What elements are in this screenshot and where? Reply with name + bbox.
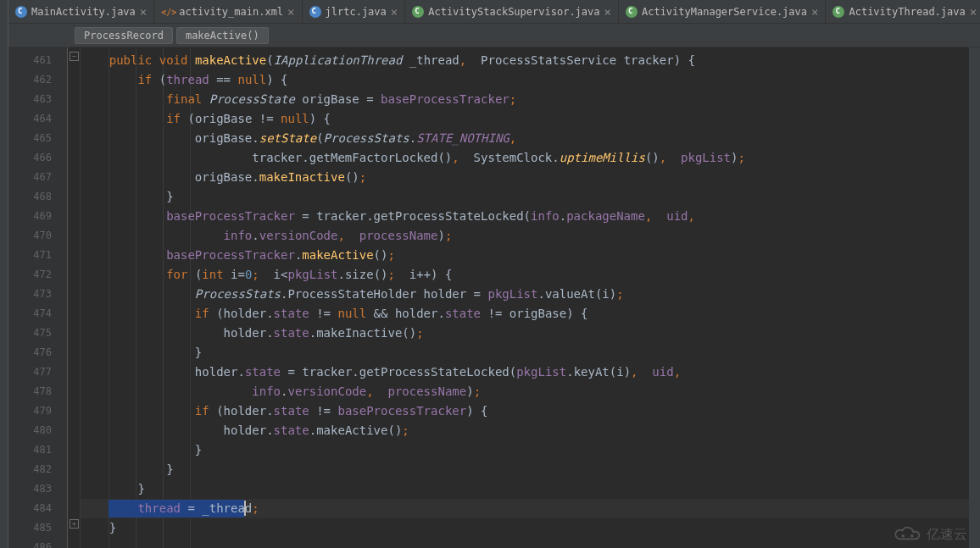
- code-line[interactable]: [81, 538, 969, 548]
- close-icon[interactable]: ×: [391, 6, 398, 18]
- code-token: (holder.: [216, 404, 273, 418]
- editor-tab[interactable]: jlrtc.java×: [303, 0, 406, 23]
- editor-tabs-bar: MainActivity.java×activity_main.xml×jlrt…: [8, 0, 980, 24]
- line-number: 479: [8, 401, 52, 421]
- code-token: [674, 151, 681, 164]
- xml-file-icon: [161, 6, 175, 18]
- line-number: 475: [8, 324, 52, 343]
- code-line[interactable]: baseProcessTracker.makeActive();: [81, 246, 969, 265]
- code-line[interactable]: tracker.getMemFactorLocked(), SystemCloc…: [81, 148, 969, 168]
- close-icon[interactable]: ×: [604, 6, 611, 18]
- code-line[interactable]: final ProcessState origBase = baseProces…: [81, 90, 969, 109]
- code-token: .: [409, 131, 416, 145]
- code-line[interactable]: }: [81, 460, 969, 479]
- line-number: 483: [8, 479, 52, 499]
- fold-gutter[interactable]: − +: [68, 47, 81, 548]
- code-line[interactable]: holder.state.makeActive();: [81, 421, 969, 440]
- java-lib-file-icon: [412, 6, 424, 18]
- code-line[interactable]: for (int i=0; i<pkgList.size(); i++) {: [81, 265, 969, 285]
- code-line[interactable]: }: [81, 440, 969, 460]
- code-token: [81, 73, 137, 86]
- code-token: void: [159, 53, 195, 67]
- code-token: .keyAt(i): [566, 365, 631, 379]
- close-icon[interactable]: ×: [811, 6, 818, 18]
- code-token: int: [202, 268, 231, 281]
- line-number: 474: [8, 304, 52, 324]
- code-line[interactable]: holder.state.makeInactive();: [81, 324, 969, 343]
- editor-tab[interactable]: ActivityThread.java×: [826, 0, 980, 23]
- code-line[interactable]: if (origBase != null) {: [81, 109, 969, 129]
- code-line[interactable]: }: [81, 343, 969, 363]
- code-token: pkgList: [516, 365, 566, 379]
- code-token: }: [81, 346, 202, 359]
- code-line[interactable]: holder.state = tracker.getProcessStateLo…: [81, 363, 969, 382]
- code-token: ): [437, 229, 444, 242]
- code-token: state: [245, 365, 281, 379]
- code-line[interactable]: ProcessStats.ProcessStateHolder holder =…: [81, 285, 969, 304]
- breadcrumb-item[interactable]: makeActive(): [176, 27, 269, 44]
- code-token: }: [81, 462, 174, 476]
- code-token: STATE_NOTHING: [416, 131, 509, 145]
- code-line[interactable]: }: [81, 518, 969, 538]
- editor-tab[interactable]: MainActivity.java×: [8, 0, 154, 23]
- fold-collapse-icon[interactable]: −: [70, 52, 79, 61]
- line-number: 464: [8, 109, 52, 129]
- code-token: ProcessStatsService tracker) {: [474, 53, 695, 67]
- close-icon[interactable]: ×: [970, 6, 977, 18]
- code-token: i<: [266, 268, 287, 281]
- line-number: 481: [8, 440, 52, 460]
- code-line[interactable]: }: [81, 187, 969, 207]
- code-token: ;: [388, 268, 403, 281]
- code-line[interactable]: }: [81, 479, 969, 499]
- code-token: origBase.: [81, 131, 259, 145]
- code-line[interactable]: if (thread == null) {: [81, 70, 969, 90]
- code-editor[interactable]: public void makeActive(IApplicationThrea…: [81, 47, 969, 548]
- editor-tab[interactable]: ActivityManagerService.java×: [619, 0, 827, 23]
- code-token: SystemClock.: [466, 151, 560, 164]
- code-line[interactable]: thread = _thread;: [81, 499, 969, 518]
- code-token: holder.: [81, 365, 245, 379]
- code-token: ;: [359, 170, 366, 184]
- code-token: (): [374, 248, 388, 262]
- code-token: state: [274, 326, 309, 340]
- code-token: ): [731, 151, 738, 164]
- code-line[interactable]: baseProcessTracker = tracker.getProcessS…: [81, 207, 969, 226]
- code-line[interactable]: if (holder.state != baseProcessTracker) …: [81, 401, 969, 421]
- code-token: [81, 209, 166, 223]
- code-token: state: [274, 307, 309, 320]
- editor-tab[interactable]: ActivityStackSupervisor.java×: [405, 0, 619, 23]
- code-line[interactable]: origBase.setState(ProcessStats.STATE_NOT…: [81, 129, 969, 148]
- code-token: makeActive: [302, 248, 373, 262]
- code-token: ;: [252, 501, 259, 515]
- line-number: 477: [8, 363, 52, 382]
- close-icon[interactable]: ×: [140, 6, 147, 18]
- line-number: 461: [8, 51, 52, 70]
- code-token: [81, 268, 166, 281]
- code-line[interactable]: info.versionCode, processName);: [81, 226, 969, 246]
- breadcrumb-item[interactable]: ProcessRecord: [75, 27, 173, 44]
- editor-tab[interactable]: activity_main.xml×: [154, 0, 302, 23]
- line-number: 472: [8, 265, 52, 285]
- code-line[interactable]: origBase.makeInactive();: [81, 168, 969, 187]
- code-token: packageName: [566, 209, 645, 223]
- code-token: ) {: [309, 112, 331, 125]
- code-token: ;: [252, 268, 266, 281]
- vertical-scrollbar[interactable]: [969, 47, 980, 548]
- code-token: baseProcessTracker: [166, 209, 295, 223]
- fold-expand-icon[interactable]: +: [70, 519, 79, 529]
- code-token: baseProcessTracker: [337, 404, 466, 418]
- code-token: pkgList: [487, 287, 537, 301]
- code-token: ,: [509, 131, 524, 145]
- code-token: [81, 112, 166, 125]
- close-icon[interactable]: ×: [287, 6, 294, 18]
- code-line[interactable]: public void makeActive(IApplicationThrea…: [81, 51, 969, 70]
- code-line[interactable]: if (holder.state != null && holder.state…: [81, 304, 969, 324]
- code-token: != origBase) {: [481, 307, 587, 320]
- code-token: ;: [445, 229, 452, 242]
- code-token: uid: [652, 365, 673, 379]
- code-token: }: [81, 443, 202, 457]
- code-token: ,: [645, 209, 660, 223]
- code-line[interactable]: info.versionCode, processName);: [81, 382, 969, 401]
- java-lib-file-icon: [832, 6, 844, 18]
- line-number: 480: [8, 421, 52, 440]
